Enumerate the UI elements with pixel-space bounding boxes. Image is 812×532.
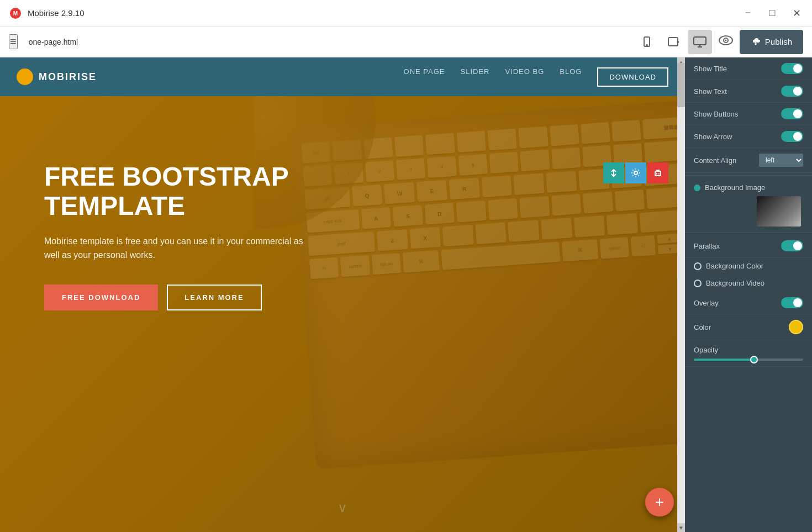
opacity-row: Opacity (685, 340, 812, 367)
hero-title: FREE BOOTSTRAP TEMPLATE (44, 162, 320, 221)
overlay-toggle[interactable] (781, 297, 803, 308)
opacity-slider-thumb[interactable] (750, 356, 758, 364)
svg-point-3 (646, 45, 647, 46)
toggle-thumb (793, 241, 802, 250)
preview-button[interactable] (719, 35, 733, 49)
toggle-thumb (793, 87, 802, 96)
panel-divider (685, 175, 812, 176)
background-image-label: Background Image (705, 183, 765, 192)
site-logo: MOBIRISE (17, 69, 97, 85)
nav-link-slider[interactable]: SLIDER (460, 67, 489, 87)
close-button[interactable]: ✕ (790, 7, 803, 20)
opacity-label: Opacity (694, 346, 718, 354)
sort-icon-button[interactable] (603, 162, 624, 183)
panel-divider-2 (685, 232, 812, 233)
right-panel: Show Title Show Text Show Buttons Show (685, 57, 812, 532)
background-video-radio[interactable] (694, 280, 702, 287)
svg-rect-4 (668, 38, 678, 46)
maximize-button[interactable]: □ (766, 7, 779, 20)
app-icon: M (9, 7, 22, 20)
delete-icon-button[interactable] (647, 162, 668, 183)
svg-point-5 (677, 41, 678, 43)
svg-rect-15 (655, 171, 661, 176)
show-text-label: Show Text (694, 87, 727, 96)
filename-label: one-page.html (29, 38, 628, 46)
free-download-button[interactable]: FREE DOWNLOAD (44, 285, 158, 310)
nav-link-videobg[interactable]: VIDEO BG (505, 67, 544, 87)
toolbar: ≡ one-page.html (0, 27, 812, 57)
color-swatch[interactable] (789, 320, 803, 334)
publish-cloud-icon (751, 36, 761, 48)
background-video-row: Background Video (685, 275, 812, 292)
show-arrow-toggle[interactable] (781, 131, 803, 142)
svg-rect-6 (694, 37, 706, 45)
site-nav: MOBIRISE ONE PAGE SLIDER VIDEO BG BLOG D… (0, 57, 685, 96)
svg-text:M: M (13, 10, 18, 17)
preview-area: MOBIRISE ONE PAGE SLIDER VIDEO BG BLOG D… (0, 57, 685, 532)
toggle-thumb (793, 109, 802, 118)
background-image-thumb[interactable] (757, 196, 801, 227)
show-buttons-label: Show Buttons (694, 110, 738, 118)
background-video-label: Background Video (706, 279, 764, 287)
svg-point-14 (634, 171, 637, 175)
show-buttons-row: Show Buttons (685, 103, 812, 125)
desktop-view-button[interactable] (688, 30, 712, 54)
nav-link-blog[interactable]: BLOG (560, 67, 582, 87)
color-label: Color (694, 323, 711, 331)
tablet-view-button[interactable] (661, 30, 686, 54)
hero-buttons: FREE DOWNLOAD LEARN MORE (44, 285, 641, 310)
opacity-slider-fill (694, 359, 754, 361)
app-title: Mobirise 2.9.10 (28, 8, 736, 18)
show-title-toggle[interactable] (781, 63, 803, 74)
device-switcher (635, 30, 712, 54)
content-align-row: Content Align left center right (685, 148, 812, 173)
show-text-toggle[interactable] (781, 86, 803, 97)
minimize-button[interactable]: − (741, 7, 755, 20)
show-title-row: Show Title (685, 57, 812, 80)
hero-content: FREE BOOTSTRAP TEMPLATE Mobirise templat… (0, 96, 685, 377)
overlay-label: Overlay (694, 299, 719, 307)
toggle-thumb (793, 64, 802, 73)
logo-dot (17, 69, 33, 85)
window-controls: − □ ✕ (741, 7, 803, 20)
parallax-toggle[interactable] (781, 240, 803, 251)
scroll-down-arrow[interactable]: ▼ (677, 523, 685, 532)
publish-button[interactable]: Publish (740, 30, 803, 54)
show-buttons-toggle[interactable] (781, 108, 803, 119)
nav-download[interactable]: DOWNLOAD (597, 67, 668, 87)
content-align-select[interactable]: left center right (759, 154, 803, 167)
mobile-view-button[interactable] (635, 30, 659, 54)
show-arrow-row: Show Arrow (685, 125, 812, 148)
content-align-label: Content Align (694, 156, 736, 165)
main-area: MOBIRISE ONE PAGE SLIDER VIDEO BG BLOG D… (0, 57, 812, 532)
nav-link-onepage[interactable]: ONE PAGE (404, 67, 445, 87)
hero-section: esc ⬛⬛⬛ (0, 96, 685, 532)
scroll-thumb[interactable] (677, 63, 685, 107)
show-text-row: Show Text (685, 80, 812, 103)
background-color-label: Background Color (706, 262, 763, 270)
background-image-section: Background Image (685, 178, 812, 230)
color-row: Color (685, 314, 812, 340)
logo-text: MOBIRISE (39, 71, 97, 83)
show-title-label: Show Title (694, 65, 727, 73)
toolbar-right: Publish (719, 30, 803, 54)
background-color-row: Background Color (685, 257, 812, 275)
toggle-thumb (793, 298, 802, 307)
parallax-label: Parallax (694, 242, 720, 250)
title-bar: M Mobirise 2.9.10 − □ ✕ (0, 0, 812, 27)
bg-image-label-row: Background Image (694, 183, 803, 192)
show-arrow-label: Show Arrow (694, 133, 732, 141)
svg-point-11 (725, 39, 726, 41)
parallax-row: Parallax (685, 235, 812, 257)
hamburger-menu[interactable]: ≡ (9, 34, 18, 49)
hero-subtitle: Mobirise template is free and you can us… (44, 234, 309, 262)
publish-label: Publish (765, 37, 792, 46)
overlay-row: Overlay (685, 292, 812, 314)
background-color-radio[interactable] (694, 262, 702, 270)
nav-links: ONE PAGE SLIDER VIDEO BG BLOG DOWNLOAD (404, 67, 668, 87)
bg-thumb-inner (757, 196, 801, 227)
section-action-icons (603, 162, 668, 183)
learn-more-button[interactable]: LEARN MORE (167, 285, 261, 310)
add-section-button[interactable]: + (645, 488, 674, 517)
settings-icon-button[interactable] (625, 162, 646, 183)
